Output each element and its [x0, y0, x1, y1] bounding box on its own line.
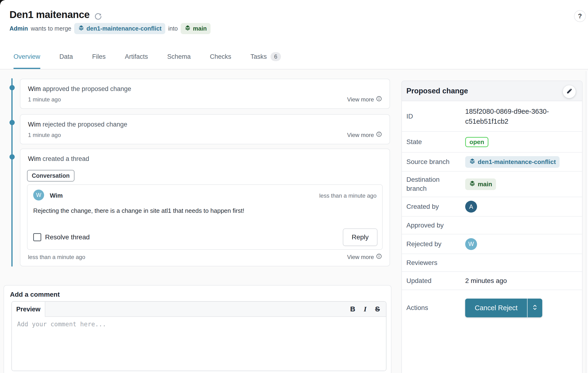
- row-label: Source branch: [406, 157, 465, 166]
- view-more-link[interactable]: View more: [347, 96, 382, 103]
- timeline-event-approved: Wim approved the proposed change 1 minut…: [20, 79, 390, 109]
- info-icon: [376, 253, 382, 261]
- view-more-link[interactable]: View more: [347, 253, 382, 261]
- resolve-thread-checkbox[interactable]: [33, 233, 41, 241]
- merge-summary: Admin wants to merge den1-maintenance-co…: [10, 23, 210, 34]
- tab-artifacts[interactable]: Artifacts: [125, 45, 148, 69]
- resolve-thread-label: Resolve thread: [45, 233, 90, 241]
- resolve-thread-control: Resolve thread: [33, 233, 90, 241]
- italic-icon[interactable]: I: [364, 305, 367, 312]
- tab-overview[interactable]: Overview: [13, 45, 40, 69]
- tab-data[interactable]: Data: [60, 45, 73, 69]
- row-label: Rejected by: [406, 239, 465, 249]
- tab-schema[interactable]: Schema: [167, 45, 191, 69]
- bold-icon[interactable]: B: [350, 305, 355, 312]
- event-time: 1 minute ago: [28, 132, 61, 138]
- info-icon: [376, 131, 382, 139]
- event-title: Wim rejected the proposed change: [28, 121, 127, 128]
- row-label: Destination branch: [406, 175, 465, 193]
- panel-title: Proposed change: [406, 87, 468, 95]
- panel-row-created-by: Created by A: [402, 197, 582, 217]
- panel-row-id: ID 185f2080-0869-d9ee-3630-c51eb51f1cb2: [402, 101, 582, 132]
- pencil-icon: [566, 88, 573, 95]
- tab-files[interactable]: Files: [92, 45, 106, 69]
- conversation-chip[interactable]: Conversation: [27, 170, 74, 182]
- main-content: Wim approved the proposed change 1 minut…: [0, 69, 588, 373]
- event-footer: 1 minute ago View more: [28, 131, 382, 139]
- event-title: Wim created a thread: [28, 155, 89, 163]
- scrollbar-track[interactable]: [586, 71, 588, 373]
- row-label: ID: [406, 112, 465, 121]
- tab-tasks[interactable]: Tasks 6: [250, 45, 281, 69]
- panel-row-rejected-by: Rejected by W: [402, 234, 582, 254]
- source-branch-badge[interactable]: den1-maintenance-conflict: [74, 23, 166, 34]
- destination-branch-badge[interactable]: main: [465, 178, 496, 190]
- avatar[interactable]: A: [465, 201, 477, 213]
- timeline-event-thread: Wim created a thread Conversation W Wim …: [20, 149, 390, 266]
- timeline-dot: [10, 120, 15, 125]
- row-label: Approved by: [406, 221, 465, 230]
- editor-toolbar: Preview B I S: [12, 302, 386, 317]
- row-label: Updated: [406, 276, 465, 285]
- page-title: Den1 maitenance: [10, 9, 90, 20]
- preview-tab[interactable]: Preview: [12, 302, 45, 317]
- branch-layers-icon: [78, 25, 84, 32]
- source-branch-name: den1-maintenance-conflict: [86, 25, 162, 32]
- updated-time: 2 minutes ago: [465, 277, 507, 285]
- event-time: 1 minute ago: [28, 96, 61, 103]
- panel-row-reviewers: Reviewers: [402, 254, 582, 272]
- comment-author: Wim: [50, 192, 63, 199]
- panel-row-approved-by: Approved by: [402, 217, 582, 234]
- row-label: Reviewers: [406, 258, 465, 267]
- comment-input[interactable]: [12, 317, 386, 371]
- merge-author[interactable]: Admin: [10, 25, 28, 32]
- cancel-reject-button[interactable]: Cancel Reject: [465, 299, 527, 317]
- cancel-reject-split-button: Cancel Reject: [465, 299, 542, 317]
- panel-row-state: State open: [402, 132, 582, 153]
- row-label: Actions: [406, 303, 465, 312]
- event-title: Wim approved the proposed change: [28, 85, 131, 93]
- refresh-button[interactable]: [94, 12, 103, 21]
- merge-verb: wants to merge: [31, 25, 71, 32]
- tasks-count-badge: 6: [271, 52, 281, 61]
- avatar[interactable]: W: [33, 190, 44, 200]
- panel-row-actions: Actions Cancel Reject: [402, 290, 582, 326]
- row-label: Created by: [406, 202, 465, 211]
- branch-layers-icon: [469, 158, 476, 166]
- strikethrough-icon[interactable]: S: [375, 305, 380, 312]
- help-button[interactable]: ?: [574, 10, 586, 22]
- edit-button[interactable]: [563, 85, 576, 98]
- avatar[interactable]: W: [465, 238, 477, 250]
- target-branch-badge[interactable]: main: [181, 23, 210, 34]
- change-id-value: 185f2080-0869-d9ee-3630-c51eb51f1cb2: [465, 106, 569, 126]
- info-icon: [376, 96, 382, 103]
- chevron-up-down-icon: [532, 304, 538, 312]
- row-label: State: [406, 137, 465, 146]
- view-more-link[interactable]: View more: [347, 131, 382, 139]
- proposed-change-page: Den1 maitenance Admin wants to merge: [0, 0, 588, 373]
- comment-body: Rejecting the change, there is a change …: [33, 207, 244, 215]
- comment-composer: Add a comment Preview B I S: [4, 285, 391, 373]
- timeline-dot: [10, 85, 15, 90]
- reply-button[interactable]: Reply: [343, 228, 378, 246]
- branch-layers-icon: [184, 25, 191, 32]
- thread-actions-row: Resolve thread Reply: [33, 228, 378, 246]
- tab-checks[interactable]: Checks: [210, 45, 231, 69]
- merge-into-word: into: [168, 25, 178, 32]
- event-footer: 1 minute ago View more: [28, 96, 382, 103]
- timeline-dot: [10, 154, 15, 159]
- event-footer: less than a minute ago View more: [28, 253, 382, 261]
- thread-comment: W Wim less than a minute ago Rejecting t…: [27, 184, 383, 250]
- refresh-icon: [94, 12, 102, 21]
- source-branch-name: den1-maintenance-conflict: [478, 158, 556, 166]
- source-branch-badge[interactable]: den1-maintenance-conflict: [465, 156, 559, 168]
- panel-header: Proposed change: [402, 81, 582, 101]
- actions-dropdown-toggle[interactable]: [527, 299, 542, 317]
- question-mark-icon: ?: [578, 12, 582, 20]
- destination-branch-name: main: [478, 181, 492, 188]
- target-branch-name: main: [193, 25, 207, 32]
- tab-bar: Overview Data Files Artifacts Schema Che…: [0, 45, 588, 69]
- comment-time: less than a minute ago: [319, 192, 377, 199]
- comment-editor: Preview B I S: [11, 301, 387, 371]
- composer-heading: Add a comment: [10, 291, 60, 298]
